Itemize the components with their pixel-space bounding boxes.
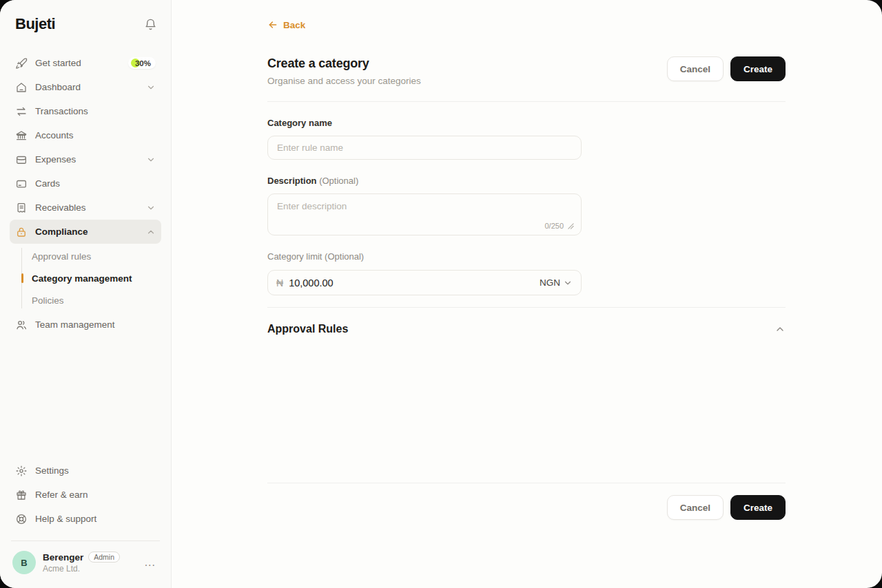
sidebar-item-label: Team management — [35, 319, 156, 330]
profile-company: Acme Ltd. — [43, 564, 135, 574]
collapse-section-button[interactable] — [775, 324, 786, 335]
category-name-input[interactable] — [267, 136, 582, 160]
bujeti-logo: Bujeti — [15, 15, 55, 33]
avatar: B — [12, 551, 36, 574]
sidebar-item-policies[interactable]: Policies — [32, 289, 161, 311]
sidebar-item-label: Refer & earn — [35, 490, 156, 500]
sidebar-nav: Get started 30% Dashboard Transactions — [10, 51, 161, 337]
sidebar-divider — [11, 540, 160, 541]
wallet-icon — [15, 154, 28, 166]
sidebar-footer-nav: Settings Refer & earn Help & support — [10, 459, 161, 531]
sidebar-item-refer-earn[interactable]: Refer & earn — [10, 483, 161, 507]
profile-name: Berenger — [43, 552, 83, 563]
arrow-left-icon — [267, 19, 278, 30]
sidebar-item-cards[interactable]: Cards — [10, 171, 161, 196]
category-limit-field: Category limit (Optional) ₦ NGN — [267, 251, 582, 295]
sidebar-item-label: Settings — [35, 465, 156, 476]
credit-card-icon — [15, 178, 28, 190]
currency-select[interactable]: NGN — [540, 277, 573, 288]
sidebar-item-label: Help & support — [35, 514, 156, 524]
sidebar-item-team-management[interactable]: Team management — [10, 313, 161, 337]
sidebar-header: Bujeti — [10, 15, 161, 33]
naira-symbol: ₦ — [276, 277, 283, 288]
footer-cancel-button[interactable]: Cancel — [667, 495, 724, 520]
app-window: Bujeti Get started 30% Dashboard — [0, 0, 882, 588]
sidebar-item-transactions[interactable]: Transactions — [10, 99, 161, 123]
page-title: Create a category — [267, 56, 421, 71]
sidebar-item-compliance[interactable]: Compliance — [10, 220, 161, 244]
sidebar-item-accounts[interactable]: Accounts — [10, 123, 161, 147]
category-form: Category name Description (Optional) 0/2… — [267, 118, 582, 295]
compliance-submenu: Approval rules Category management Polic… — [10, 245, 161, 311]
category-name-field: Category name — [267, 118, 582, 160]
sub-item-label: Policies — [32, 295, 64, 306]
lifebuoy-icon — [15, 513, 28, 525]
description-input[interactable] — [268, 194, 581, 235]
section-divider — [267, 307, 786, 308]
chevron-down-icon — [146, 83, 156, 92]
sidebar-item-label: Compliance — [35, 227, 139, 237]
sidebar-item-settings[interactable]: Settings — [10, 459, 161, 483]
chevron-up-icon — [146, 227, 156, 237]
create-button[interactable]: Create — [730, 56, 786, 81]
sidebar-item-label: Receivables — [35, 202, 139, 213]
category-limit-label: Category limit (Optional) — [267, 251, 582, 262]
progress-badge: 30% — [128, 57, 156, 69]
sidebar-item-approval-rules[interactable]: Approval rules — [32, 245, 161, 267]
sidebar: Bujeti Get started 30% Dashboard — [0, 0, 172, 588]
lock-icon — [15, 226, 28, 238]
cancel-button[interactable]: Cancel — [667, 56, 724, 81]
description-label: Description (Optional) — [267, 176, 582, 186]
gift-icon — [15, 489, 28, 501]
sidebar-item-expenses[interactable]: Expenses — [10, 147, 161, 171]
approval-rules-title: Approval Rules — [267, 323, 348, 335]
header-divider — [267, 101, 786, 102]
bank-icon — [15, 129, 28, 142]
footer-divider — [267, 483, 786, 483]
home-icon — [15, 81, 28, 94]
category-name-label: Category name — [267, 118, 582, 128]
page-header: Create a category Organise and access yo… — [267, 56, 786, 86]
sidebar-item-label: Cards — [35, 178, 156, 189]
receipt-icon — [15, 202, 28, 214]
rocket-icon — [15, 57, 28, 70]
chevron-down-icon — [146, 203, 156, 213]
sidebar-item-category-management[interactable]: Category management — [32, 267, 161, 289]
sub-item-label: Category management — [32, 273, 132, 284]
sidebar-item-help-support[interactable]: Help & support — [10, 507, 161, 531]
sidebar-item-label: Transactions — [35, 106, 156, 116]
notifications-bell-icon[interactable] — [144, 18, 157, 31]
chevron-up-icon — [775, 324, 786, 335]
user-profile[interactable]: B Berenger Admin Acme Ltd. ... — [10, 549, 161, 576]
approval-rules-section: Approval Rules — [267, 323, 786, 335]
role-badge: Admin — [88, 552, 120, 563]
sidebar-item-label: Get started — [35, 58, 121, 68]
description-field: Description (Optional) 0/250 — [267, 176, 582, 235]
main-content: Back Create a category Organise and acce… — [172, 0, 882, 588]
amount-input-wrap: ₦ NGN — [267, 270, 582, 295]
back-button[interactable]: Back — [267, 19, 305, 30]
page-subtitle: Organise and access your categories — [267, 76, 421, 86]
profile-meta: Berenger Admin Acme Ltd. — [43, 552, 135, 574]
sub-item-label: Approval rules — [32, 251, 91, 262]
chevron-down-icon — [146, 155, 156, 165]
footer-create-button[interactable]: Create — [730, 495, 786, 520]
sidebar-item-label: Expenses — [35, 154, 139, 165]
sidebar-item-get-started[interactable]: Get started 30% — [10, 51, 161, 75]
char-counter: 0/250 — [544, 222, 574, 230]
footer-actions: Cancel Create — [267, 495, 786, 520]
resize-handle-icon[interactable] — [568, 223, 574, 229]
chevron-down-icon — [563, 278, 573, 288]
sidebar-item-label: Accounts — [35, 130, 156, 140]
profile-menu-icon[interactable]: ... — [142, 554, 158, 571]
limit-amount-input[interactable] — [289, 277, 540, 288]
sidebar-item-receivables[interactable]: Receivables — [10, 196, 161, 220]
users-icon — [15, 319, 28, 331]
transfer-arrows-icon — [15, 105, 28, 118]
gear-icon — [15, 465, 28, 477]
sidebar-item-label: Dashboard — [35, 82, 139, 92]
sidebar-item-dashboard[interactable]: Dashboard — [10, 75, 161, 99]
sidebar-spacer — [10, 337, 161, 459]
